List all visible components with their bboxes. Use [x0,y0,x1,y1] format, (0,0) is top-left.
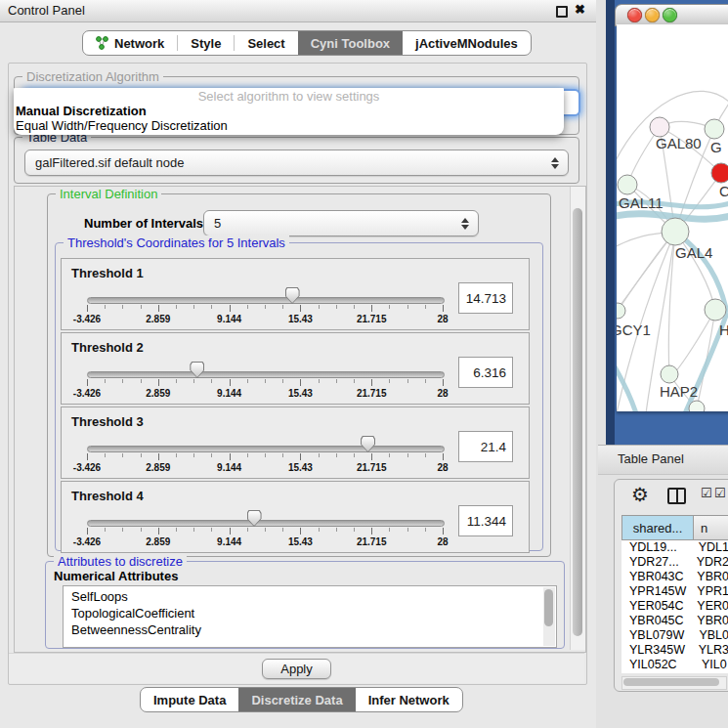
network-canvas[interactable]: GAL80GCGAL11GAL4GCY1HHAP2 [617,24,728,411]
tick-label: 2.859 [146,536,170,547]
minor-tick [282,305,283,309]
network-node-label: HAP2 [660,383,698,400]
minor-tick [265,305,266,309]
attribute-list-item[interactable]: BetweennessCentrality [71,621,556,638]
table-row[interactable]: YPR145WYPR1 [621,584,728,599]
apply-button[interactable]: Apply [262,659,331,679]
threshold-value-field[interactable]: 21.4 [458,431,513,462]
minor-tick [336,528,337,532]
cell-name: YLR3 [691,643,728,658]
network-node-h[interactable] [705,299,726,321]
checkbox-icon[interactable]: ☑ [714,486,726,500]
minor-tick [389,453,390,457]
float-icon[interactable] [556,6,568,18]
minor-tick [319,305,320,309]
combo-spinner-icon [461,218,469,230]
minor-tick [176,379,177,383]
tick-label: 21.715 [357,462,387,473]
network-node-label: G [710,139,722,155]
table-row[interactable]: YLR345WYLR3 [621,643,728,658]
table-row[interactable]: YIL052CYIL0 [621,658,728,672]
number-of-intervals-combobox[interactable]: 5 [203,210,479,236]
checkbox-icon[interactable]: ☑ [701,486,712,500]
major-tick [158,453,159,460]
tick-label: 2.859 [146,314,170,324]
control-panel: Control Panel ✖ NetworkStyleSelectCyni T… [0,0,597,728]
table-data-combobox[interactable]: galFiltered.sif default node [24,150,569,176]
minor-tick [141,528,142,532]
table-horizontal-scrollbar[interactable] [621,676,727,690]
tab-cyni-toolbox[interactable]: Cyni Toolbox [298,31,403,55]
bottom-tab-discretize-data[interactable]: Discretize Data [238,688,355,711]
bottom-tab-infer-network[interactable]: Infer Network [356,688,462,711]
attributes-list-scrollbar[interactable] [543,587,555,646]
major-tick [158,528,159,535]
tick-label: 9.144 [217,536,241,547]
table-row[interactable]: YBR043CYBR0 [621,570,728,584]
cell-name: YIL0 [694,658,727,672]
attribute-list-item[interactable]: TopologicalCoefficient [71,605,556,621]
minimize-light[interactable] [645,8,660,22]
zoom-light[interactable] [663,8,677,22]
slider-track[interactable] [87,297,445,304]
threshold-value-field[interactable]: 6.316 [458,357,513,388]
tab-style[interactable]: Style [178,31,234,55]
column-header-n[interactable]: n [694,515,728,540]
tick-label: 2.859 [146,388,170,399]
slider-track[interactable] [87,520,445,527]
slider-ruler: -3.4262.8599.14415.4321.71528 [87,528,443,547]
network-node-label: GAL80 [656,135,702,151]
minor-tick [425,453,426,457]
gear-icon[interactable]: ⚙ [631,483,649,506]
table-row[interactable]: YER054CYER0 [621,599,728,614]
network-node-gal11[interactable] [618,175,637,194]
table-row[interactable]: YBL079WYBL0 [621,628,728,643]
network-node-hap2[interactable] [661,365,678,383]
numerical-attributes-label: Numerical Attributes [54,569,178,583]
bottom-tab-impute-data[interactable]: Impute Data [141,688,238,711]
algorithm-option[interactable]: Manual Discretization [14,104,564,118]
number-of-intervals-value: 5 [214,216,221,231]
tick-label: 15.43 [288,314,313,324]
minor-tick [336,379,337,383]
network-node-gcy1[interactable] [617,303,625,319]
tick-label: 9.144 [217,314,241,324]
network-node-gal80[interactable] [650,117,669,137]
close-light[interactable] [627,8,642,22]
threshold-value-field[interactable]: 11.344 [458,505,513,536]
minor-tick [389,305,390,309]
network-node-c[interactable] [711,163,728,183]
attribute-list-item[interactable]: SelfLoops [71,588,556,605]
number-of-intervals-label: Number of Intervals [84,216,203,231]
column-header-shared[interactable]: shared... [621,515,694,540]
major-tick [371,453,372,460]
network-node-gal4[interactable] [662,218,689,245]
slider-track[interactable] [87,371,445,378]
network-node[interactable] [689,401,705,411]
attributes-listbox[interactable]: SelfLoopsTopologicalCoefficientBetweenne… [63,585,557,648]
tab-network[interactable]: Network [83,31,177,55]
tab-label: Style [191,36,221,51]
interval-definition-title: Interval Definition [56,187,161,201]
app-root: Control Panel ✖ NetworkStyleSelectCyni T… [0,0,728,728]
algorithm-option[interactable]: Equal Width/Frequency Discretization [14,118,564,133]
network-node-g[interactable] [705,119,724,139]
table-row[interactable]: YBR045CYBR0 [621,614,728,628]
tab-select[interactable]: Select [235,31,297,55]
table-row[interactable]: YDL19...YDL1 [621,540,728,555]
major-tick [87,453,88,460]
network-window-titlebar[interactable] [615,4,728,26]
cell-name: YPR1 [689,584,728,599]
tab-jactivemnodules[interactable]: jActiveMNodules [403,31,531,55]
slider-track[interactable] [87,446,445,452]
settings-vertical-scrollbar[interactable] [570,187,585,650]
split-view-icon[interactable] [667,488,686,504]
table-panel-titlebar: Table Panel [598,445,728,475]
threshold-value-field[interactable]: 14.713 [458,282,513,314]
network-node-label: H [719,321,728,338]
table-row[interactable]: YDR27...YDR2 [621,555,728,570]
close-icon[interactable]: ✖ [575,2,585,17]
table-panel: ⚙ ☑ ☑ shared...n YDL19...YDL1YDR27...YDR… [614,479,728,692]
minor-tick [141,379,142,383]
threshold-box: Threshold 1-3.4262.8599.14415.4321.71528… [61,258,530,330]
